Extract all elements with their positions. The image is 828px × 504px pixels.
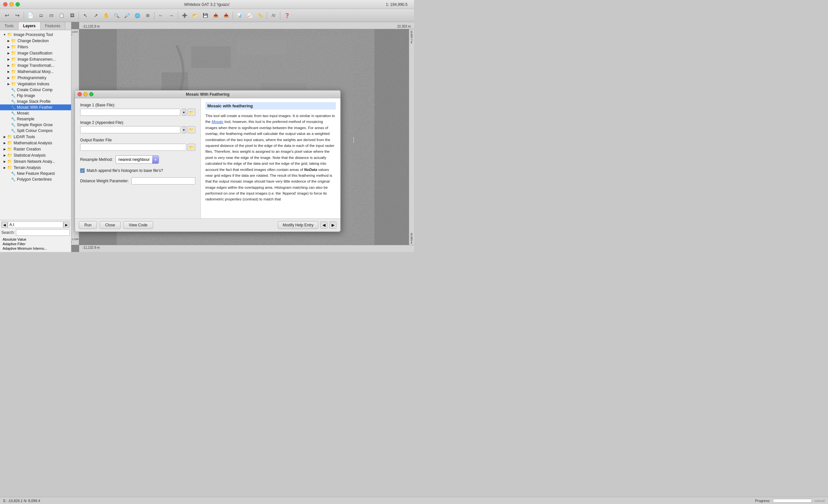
tree-item-vegetation-indices[interactable]: ▶ 📁 Vegetation Indices [0, 81, 71, 87]
search-result-item[interactable]: Adaptive Filter [1, 242, 70, 246]
modify-help-button[interactable]: Modify Help Entry [278, 221, 318, 229]
image1-browse-button[interactable]: 📁 [188, 109, 195, 116]
tool-icon: 🔧 [11, 123, 15, 127]
dialog-window-controls[interactable] [78, 92, 93, 96]
chart-button[interactable]: 📈 [245, 11, 255, 20]
page-input[interactable] [8, 221, 63, 228]
tree-item-statistical-analysis[interactable]: ▶ 📁 Statistical Analysis [0, 152, 71, 158]
back-button[interactable]: ← [156, 11, 166, 20]
tree-item-polygon-centerlines[interactable]: ▶ 🔧 Polygon Centerlines [0, 176, 71, 182]
image2-input[interactable] [80, 126, 180, 133]
save-layer-button[interactable]: 💾 [201, 11, 210, 20]
image2-browse-button[interactable]: 📁 [188, 126, 195, 133]
resample-label: Resample Method: [80, 157, 113, 162]
pan-button[interactable]: ✋ [101, 11, 111, 20]
image2-dropdown-arrow[interactable]: ▾ [182, 126, 186, 133]
tree-item-flip-image[interactable]: ▶ 🔧 Flip Image [0, 93, 71, 98]
tree-item-split-colour-compos[interactable]: ▶ 🔧 Split Colour Compos [0, 128, 71, 134]
forward-button[interactable]: → [166, 11, 176, 20]
maximize-button[interactable] [15, 2, 20, 6]
close-map-button[interactable]: 🗂 [36, 11, 46, 20]
tree-item-lidar-tools[interactable]: ▶ 📁 LiDAR Tools [0, 134, 71, 140]
table-button[interactable]: 📊 [235, 11, 244, 20]
measure-button[interactable]: 📏 [255, 11, 265, 20]
tool-icon: 🔧 [11, 111, 15, 116]
help-next-button[interactable]: ▶ [329, 221, 336, 229]
search-result-item[interactable]: Adaptive Minimum Interno... [1, 246, 70, 251]
tree-item-new-feature-request[interactable]: ▶ 🔧 New Feature Request [0, 171, 71, 176]
tree-item-photogrammetry[interactable]: ▶ 📁 Photogrammetry [0, 75, 71, 81]
tree-item-change-detection[interactable]: ▶ 📁 Change Detection [0, 38, 71, 44]
distance-input[interactable]: 4.0 [131, 177, 195, 184]
help-prev-button[interactable]: ◀ [320, 221, 327, 229]
window-controls[interactable] [3, 2, 20, 6]
search-input[interactable] [16, 229, 70, 236]
close-button[interactable] [3, 2, 7, 6]
run-button[interactable]: Run [79, 221, 97, 229]
resample-select[interactable]: nearest neighbour ▾ [116, 155, 159, 164]
tree-item-image-transformation[interactable]: ▶ 📁 Image Transformati... [0, 62, 71, 69]
tree-item-create-colour-comp[interactable]: ▶ 🔧 Create Colour Comp [0, 87, 71, 93]
close-dialog-button[interactable]: Close [99, 221, 121, 229]
expand-arrow: ▶ [3, 160, 6, 163]
tree-item-mathematical-analysis[interactable]: ▶ 📁 Mathematical Analysis [0, 140, 71, 146]
tree-item-image-enhancement[interactable]: ▶ 📁 Image Enhancemen... [0, 56, 71, 62]
identify-button[interactable]: ↗ [91, 11, 100, 20]
tree-item-mosaic[interactable]: ▶ 🔧 Mosaic [0, 110, 71, 116]
globe-button[interactable]: 🌐 [132, 11, 142, 20]
select-button[interactable]: ↖ [80, 11, 90, 20]
title-bar: Whitebox GAT 3.2 'Iguazu' 1: 194,990.5 [0, 0, 414, 9]
add-layer-button[interactable]: ➕ [180, 11, 190, 20]
open-button[interactable]: ↩ [2, 11, 12, 20]
tree-label: Simple Region Grow [17, 123, 52, 127]
save-button[interactable]: ↪ [12, 11, 22, 20]
histogram-checkbox[interactable]: ✓ [80, 168, 85, 173]
dialog-min-button[interactable] [83, 92, 88, 96]
nav-left-button[interactable]: ◀ [1, 221, 8, 228]
tab-layers[interactable]: Layers [18, 22, 41, 30]
tree-item-filters[interactable]: ▶ 📁 Filters [0, 44, 71, 50]
view-code-button[interactable]: View Code [123, 221, 153, 229]
output-browse-button[interactable]: 📁 [188, 144, 195, 151]
nav-right-button[interactable]: ▶ [63, 221, 70, 228]
mosaic-dialog[interactable]: Mosaic With Feathering Image 1 (Base Fil… [75, 90, 341, 232]
tree-item-image-classification[interactable]: ▶ 📁 Image Classification [0, 50, 71, 56]
search-result-item[interactable]: Absolute Value [1, 237, 70, 242]
tree-item-stream-network-analysis[interactable]: ▶ 📁 Stream Network Analy... [0, 158, 71, 164]
open-layer-button[interactable]: 📂 [190, 11, 200, 20]
dialog-max-button[interactable] [89, 92, 93, 96]
mosaic-link[interactable]: Mosaic [212, 120, 223, 124]
zoom-in-button[interactable]: 🔍 [112, 11, 121, 20]
resample-dropdown-arrow[interactable]: ▾ [152, 156, 159, 163]
tab-features[interactable]: Features [41, 22, 65, 30]
raster-button[interactable]: 🖼 [67, 11, 77, 20]
fit-button[interactable]: ⊞ [143, 11, 153, 20]
tree-label: New Feature Request [17, 171, 55, 176]
image1-input[interactable] [80, 109, 180, 116]
image1-dropdown-arrow[interactable]: ▾ [182, 109, 186, 116]
layers-button[interactable]: 🗃 [46, 11, 56, 20]
tree-item-raster-creation[interactable]: ▶ 📁 Raster Creation [0, 146, 71, 152]
minimize-button[interactable] [9, 2, 14, 6]
expand-arrow: ▶ [3, 135, 6, 139]
graph-button[interactable]: /\/ [268, 11, 278, 20]
export-button[interactable]: 📤 [211, 11, 221, 20]
dialog-close-button[interactable] [78, 92, 82, 96]
tree-item-math-morphology[interactable]: ▶ 📁 Mathematical Morp... [0, 69, 71, 75]
tree-item-simple-region-grow[interactable]: ▶ 🔧 Simple Region Grow [0, 122, 71, 128]
folder-icon: 📁 [11, 51, 16, 55]
tree-item-image-processing-tool[interactable]: ▼ 📁 Image Processing Tool [0, 32, 71, 38]
tab-tools[interactable]: Tools [0, 22, 18, 30]
sep3 [154, 12, 155, 19]
tree-item-terrain-analysis[interactable]: ▶ 📁 Terrain Analysis [0, 164, 71, 171]
import-button[interactable]: 📥 [221, 11, 231, 20]
output-input[interactable] [80, 144, 186, 151]
new-button[interactable]: 📄 [26, 11, 35, 20]
resample-row: Resample Method: nearest neighbour ▾ [80, 155, 195, 164]
zoom-out-button[interactable]: 🔎 [122, 11, 132, 20]
features-button[interactable]: 📋 [57, 11, 67, 20]
tree-item-resample[interactable]: ▶ 🔧 Resample [0, 116, 71, 122]
tree-item-mosaic-with-feather[interactable]: ▶ 🔧 Mosaic With Feather [0, 104, 71, 110]
help-button[interactable]: ❓ [282, 11, 292, 20]
tree-item-image-stack-profile[interactable]: ▶ 🔧 Image Stack Profile [0, 98, 71, 104]
